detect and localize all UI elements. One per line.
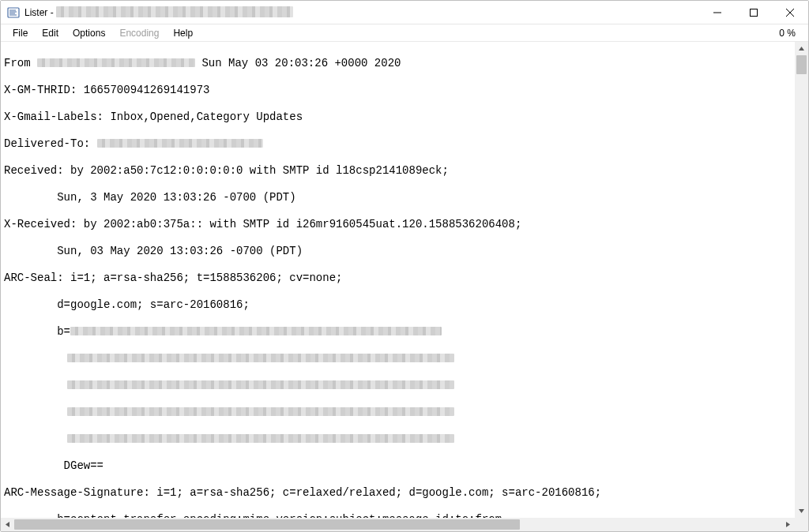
text-content: From Sun May 03 20:03:26 +0000 2020 X-GM…	[1, 42, 795, 518]
menu-edit[interactable]: Edit	[35, 26, 66, 40]
text-line: DGew==	[4, 459, 792, 473]
redacted-text	[67, 434, 454, 443]
redacted-text	[70, 327, 442, 335]
text-line: ARC-Seal: i=1; a=rsa-sha256; t=158853620…	[4, 272, 792, 285]
text-line	[4, 352, 792, 365]
vertical-scrollbar[interactable]	[795, 42, 808, 518]
vertical-scroll-track[interactable]	[795, 55, 808, 504]
menu-help[interactable]: Help	[166, 26, 200, 40]
text-line	[4, 433, 792, 446]
text-line: X-Gmail-Labels: Inbox,Opened,Category Up…	[4, 111, 792, 124]
text-line: d=google.com; s=arc-20160816;	[4, 298, 792, 312]
menu-encoding[interactable]: Encoding	[112, 26, 166, 40]
redacted-text	[67, 354, 454, 362]
window-title: Lister -	[24, 6, 293, 18]
svg-marker-9	[799, 47, 804, 51]
close-button[interactable]	[772, 1, 808, 24]
svg-marker-12	[786, 522, 790, 527]
maximize-button[interactable]	[736, 1, 772, 24]
text-line: X-GM-THRID: 1665700941269141973	[4, 84, 792, 97]
horizontal-scroll-thumb[interactable]	[14, 519, 520, 530]
horizontal-scrollbar[interactable]	[1, 518, 795, 531]
redacted-text	[37, 58, 195, 67]
scroll-right-icon[interactable]	[781, 518, 795, 531]
text-line: Sun, 3 May 2020 13:03:26 -0700 (PDT)	[4, 191, 792, 204]
text-viewport: From Sun May 03 20:03:26 +0000 2020 X-GM…	[1, 42, 795, 518]
redacted-text	[56, 6, 293, 17]
menu-options[interactable]: Options	[66, 26, 112, 40]
svg-marker-10	[799, 509, 804, 513]
window-controls	[699, 1, 808, 24]
titlebar: Lister -	[1, 1, 808, 24]
redacted-text	[67, 407, 454, 416]
scroll-left-icon[interactable]	[1, 518, 14, 531]
svg-rect-0	[8, 8, 19, 17]
text-line: Sun, 03 May 2020 13:03:26 -0700 (PDT)	[4, 245, 792, 258]
text-line	[4, 406, 792, 419]
menubar: File Edit Options Encoding Help 0 %	[1, 24, 808, 42]
scroll-down-icon[interactable]	[795, 504, 808, 518]
text-line: Received: by 2002:a50:7c12:0:0:0:0:0 wit…	[4, 164, 792, 178]
svg-rect-6	[751, 9, 758, 17]
redacted-text	[97, 139, 263, 148]
menu-file[interactable]: File	[6, 26, 35, 40]
vertical-scroll-thumb[interactable]	[796, 55, 807, 74]
text-line	[4, 379, 792, 392]
app-icon	[7, 6, 20, 19]
horizontal-scroll-track[interactable]	[14, 518, 781, 531]
svg-marker-11	[6, 522, 9, 527]
text-line: b=	[4, 325, 792, 339]
text-line: From Sun May 03 20:03:26 +0000 2020	[4, 57, 792, 70]
text-line: X-Received: by 2002:ab0:375a:: with SMTP…	[4, 218, 792, 231]
text-line: ARC-Message-Signature: i=1; a=rsa-sha256…	[4, 486, 792, 500]
redacted-text	[67, 380, 454, 389]
minimize-button[interactable]	[699, 1, 736, 24]
scrollbar-corner	[795, 518, 808, 531]
percent-indicator: 0 %	[779, 28, 803, 39]
scroll-up-icon[interactable]	[795, 42, 808, 55]
text-line: Delivered-To:	[4, 137, 792, 151]
